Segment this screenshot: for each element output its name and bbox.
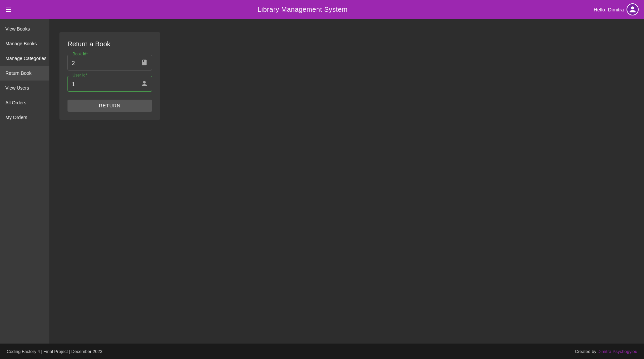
main-layout: View Books Manage Books Manage Categorie… [0, 19, 644, 344]
book-icon [141, 59, 148, 67]
sidebar-item-view-books[interactable]: View Books [0, 21, 49, 36]
user-id-input-row [72, 80, 148, 89]
avatar [627, 3, 639, 15]
sidebar: View Books Manage Books Manage Categorie… [0, 19, 49, 344]
book-id-input-row [72, 59, 148, 67]
book-id-input[interactable] [72, 60, 141, 66]
footer-right: Created by Dimitra Psychogyiou [575, 349, 637, 354]
user-greeting: Hello, Dimitra [594, 7, 624, 12]
user-id-label: User Id* [71, 73, 88, 78]
return-button[interactable]: Return [67, 100, 152, 112]
footer-author: Dimitra Psychogyiou [598, 349, 638, 354]
footer: Coding Factory 4 | Final Project | Decem… [0, 344, 644, 359]
menu-icon[interactable]: ☰ [5, 5, 11, 13]
user-id-input[interactable] [72, 82, 141, 88]
book-id-wrapper: Book Id* [67, 55, 152, 70]
card-title: Return a Book [67, 40, 152, 48]
sidebar-item-all-orders[interactable]: All Orders [0, 95, 49, 110]
sidebar-item-manage-categories[interactable]: Manage Categories [0, 51, 49, 66]
return-book-card: Return a Book Book Id* [59, 32, 160, 120]
sidebar-item-manage-books[interactable]: Manage Books [0, 36, 49, 51]
book-id-label: Book Id* [71, 52, 89, 56]
user-icon [141, 80, 148, 89]
user-id-field: User Id* [67, 76, 152, 92]
footer-left: Coding Factory 4 | Final Project | Decem… [7, 349, 102, 354]
app-title: Library Management System [258, 6, 348, 13]
header: ☰ Library Management System Hello, Dimit… [0, 0, 644, 19]
sidebar-item-return-book[interactable]: Return Book [0, 66, 49, 81]
user-id-wrapper: User Id* [67, 76, 152, 92]
content: Return a Book Book Id* [49, 19, 644, 344]
header-user: Hello, Dimitra [594, 3, 639, 15]
sidebar-item-my-orders[interactable]: My Orders [0, 110, 49, 125]
sidebar-item-view-users[interactable]: View Users [0, 81, 49, 95]
book-id-field: Book Id* [67, 55, 152, 70]
